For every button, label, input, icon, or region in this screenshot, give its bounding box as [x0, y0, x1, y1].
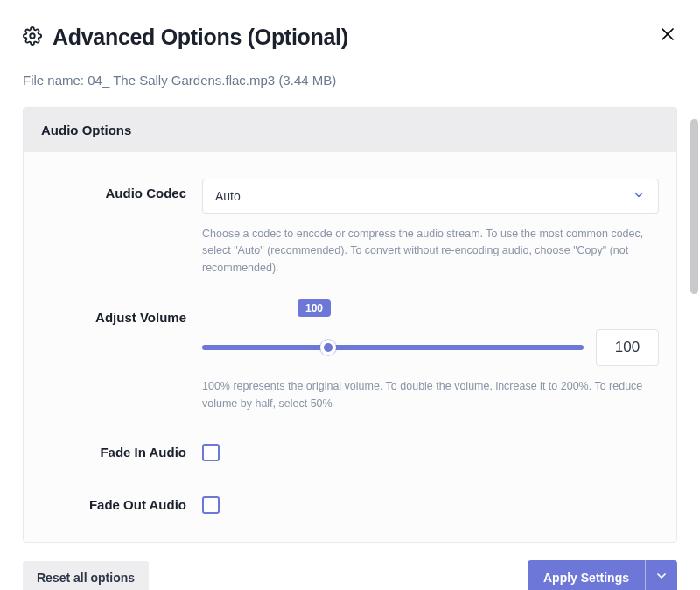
chevron-down-icon [654, 569, 668, 586]
audio-codec-select[interactable]: Auto [202, 179, 659, 214]
volume-slider[interactable] [202, 345, 584, 350]
apply-dropdown-button[interactable] [645, 560, 677, 590]
reset-all-button[interactable]: Reset all options [23, 561, 149, 590]
audio-codec-value: Auto [215, 189, 241, 203]
volume-input[interactable] [596, 329, 659, 366]
audio-codec-label: Audio Codec [41, 179, 202, 200]
fade-out-label: Fade Out Audio [41, 497, 202, 512]
fade-out-checkbox[interactable] [202, 496, 220, 514]
fade-in-label: Fade In Audio [41, 445, 202, 460]
chevron-down-icon [632, 188, 646, 205]
panel-title: Audio Options [24, 108, 676, 152]
apply-settings-button[interactable]: Apply Settings [528, 560, 645, 590]
volume-badge: 100 [298, 299, 331, 317]
scrollbar[interactable] [690, 119, 698, 294]
adjust-volume-label: Adjust Volume [41, 303, 202, 325]
page-title: Advanced Options (Optional) [52, 25, 348, 50]
audio-codec-help: Choose a codec to encode or compress the… [202, 226, 659, 277]
close-button[interactable] [656, 23, 679, 48]
slider-thumb[interactable] [320, 340, 336, 355]
volume-help: 100% represents the original volume. To … [202, 378, 659, 412]
svg-point-0 [30, 33, 35, 39]
file-name-line: File name: 04_ The Sally Gardens.flac.mp… [23, 73, 677, 88]
audio-options-panel: Audio Options Audio Codec Auto Choose a … [23, 107, 677, 543]
apply-button-group: Apply Settings [528, 560, 677, 590]
gear-icon [23, 26, 42, 49]
fade-in-checkbox[interactable] [202, 444, 220, 461]
file-name-prefix: File name: [23, 73, 84, 88]
close-icon [660, 26, 676, 45]
file-name-value: 04_ The Sally Gardens.flac.mp3 (3.44 MB) [88, 73, 336, 88]
